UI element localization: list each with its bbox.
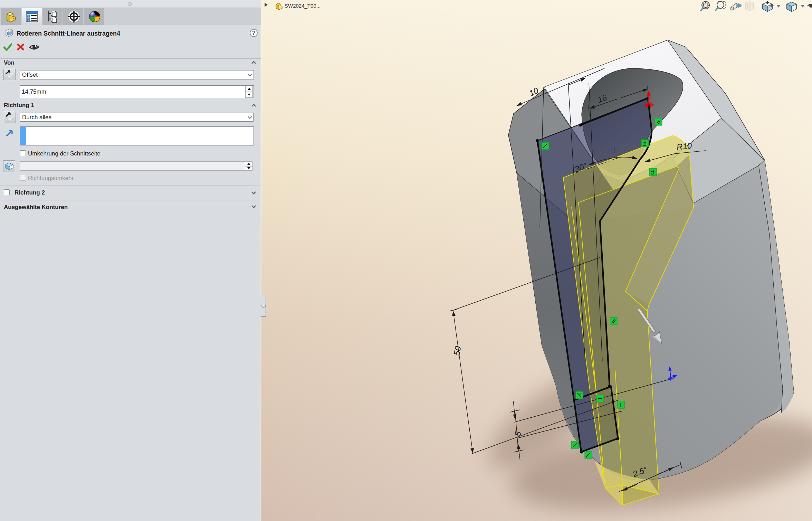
svg-text:R10: R10 <box>676 141 692 152</box>
svg-text:50: 50 <box>452 345 462 356</box>
svg-text:SW2024_T00...: SW2024_T00... <box>285 3 321 9</box>
